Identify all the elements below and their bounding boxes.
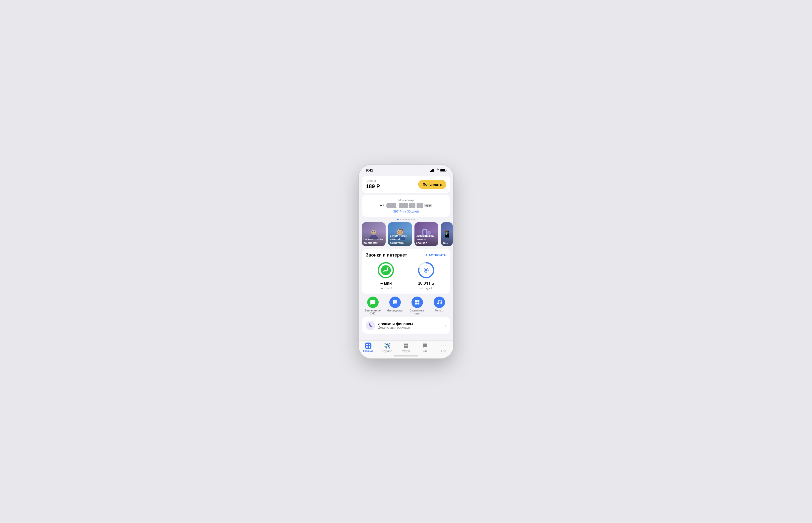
balance-amount: 189 Р	[366, 183, 380, 190]
story-card-4[interactable]: 📱 Те...	[441, 222, 453, 246]
calls-internet-card: Звонки и интернет НАСТРОИТЬ	[362, 249, 450, 293]
data-progress-circle	[417, 261, 435, 279]
story-card-1[interactable]: Назовите сеть по-своему	[362, 222, 385, 246]
music-icon	[434, 296, 445, 308]
calls-circle-icon	[381, 265, 391, 275]
calls-usage-item: ∞ мин на 5 дней	[377, 261, 395, 290]
data-circle-icon	[421, 265, 431, 275]
calls-settings-button[interactable]: НАСТРОИТЬ	[426, 253, 446, 257]
tab-home-icon	[365, 343, 372, 349]
tab-roaming-label: Роуминг	[382, 350, 392, 353]
dot-1	[397, 219, 399, 220]
calls-value: ∞ мин	[380, 281, 392, 286]
data-usage-item: 10,04 ГБ на 5 дней	[417, 261, 435, 290]
finance-texts: Звонки и финансы Детализация расходов	[378, 322, 413, 329]
tab-services-label: Услуги	[402, 350, 410, 353]
story-card-3-text: Зачем нужна запись звонков	[414, 232, 438, 246]
dot-6	[411, 219, 412, 220]
tab-chat[interactable]: Чат	[417, 343, 432, 353]
finance-icon	[366, 321, 375, 330]
tab-bar: Главная ✈️ Роуминг Услуги	[359, 340, 453, 354]
phone-number-row: +7 (███) ███-██-██ eSIM	[366, 203, 446, 208]
number-label: Мой номер	[366, 199, 446, 202]
svg-point-22	[437, 303, 439, 304]
svg-rect-30	[404, 346, 406, 348]
home-indicator	[359, 354, 453, 358]
phone-masked: (███) ███-██-██	[386, 203, 423, 208]
phone-device: 9:41	[359, 165, 453, 358]
svg-rect-29	[406, 344, 408, 345]
calls-progress-circle	[377, 261, 395, 279]
svg-rect-25	[369, 344, 370, 345]
service-sms[interactable]: Безлимитные СМС	[364, 296, 382, 315]
story-cards-row: Назовите сеть по-своему	[359, 222, 453, 246]
finance-subtitle: Детализация расходов	[378, 326, 413, 329]
sms-icon	[367, 296, 379, 308]
service-music[interactable]: Музы...	[430, 296, 448, 315]
topup-button[interactable]: Пополнить	[418, 180, 446, 189]
social-icon	[412, 296, 423, 308]
tab-services-icon	[403, 343, 409, 349]
wifi-icon	[435, 168, 439, 172]
svg-rect-20	[415, 303, 417, 305]
dot-4	[405, 219, 407, 220]
number-card: Мой номер +7 (███) ███-██-██ eSIM 397 Р …	[362, 195, 450, 217]
tab-services[interactable]: Услуги	[399, 343, 413, 353]
svg-rect-26	[366, 346, 368, 348]
scroll-content[interactable]: Баланс 189 Р Пополнить Мой номер +7 (███…	[359, 174, 453, 340]
tab-chat-icon	[422, 343, 428, 349]
story-card-1-text: Назовите сеть по-своему	[362, 236, 385, 246]
plan-price: 397 Р на 30 дней	[366, 210, 446, 213]
svg-rect-18	[415, 300, 417, 302]
status-time: 9:41	[366, 168, 373, 172]
services-row: Безлимитные СМС Мессенджеры	[359, 295, 453, 317]
dot-5	[408, 219, 410, 220]
battery-icon	[440, 169, 446, 172]
balance-label: Баланс	[366, 179, 380, 183]
svg-rect-27	[369, 346, 370, 348]
svg-rect-17	[393, 300, 397, 304]
tab-home[interactable]: Главная	[361, 343, 376, 353]
story-card-3[interactable]: Зачем нужна запись звонков	[414, 222, 438, 246]
messenger-label: Мессенджеры	[387, 309, 403, 312]
status-bar: 9:41	[359, 165, 453, 174]
story-card-2[interactable]: Зачем нужен личный секретарь	[388, 222, 412, 246]
finance-chevron-icon: ›	[445, 323, 446, 328]
story-card-4-text: Те...	[441, 240, 450, 246]
social-label: Социальные сети	[408, 309, 426, 315]
dot-3	[402, 219, 404, 220]
tab-more[interactable]: ··· Еще	[436, 343, 451, 353]
status-icons	[430, 168, 447, 172]
sms-label: Безлимитные СМС	[364, 309, 382, 315]
phone-prefix: +7	[380, 203, 384, 208]
service-messenger[interactable]: Мессенджеры	[386, 296, 404, 315]
dot-2	[400, 219, 401, 220]
tab-more-label: Еще	[441, 350, 446, 353]
story-card-2-text: Зачем нужен личный секретарь	[388, 232, 412, 246]
messenger-icon	[389, 296, 401, 308]
finance-card[interactable]: Звонки и финансы Детализация расходов ›	[362, 317, 450, 333]
usage-row: ∞ мин на 5 дней	[366, 261, 446, 290]
data-days: на 5 дней	[420, 287, 432, 290]
svg-rect-31	[406, 346, 408, 348]
phone-screen: 9:41	[359, 165, 453, 358]
tab-chat-label: Чат	[423, 350, 427, 353]
svg-rect-21	[417, 303, 419, 305]
tab-more-icon: ···	[440, 343, 447, 349]
tab-roaming[interactable]: ✈️ Роуминг	[380, 343, 395, 353]
home-bar	[394, 356, 418, 357]
svg-rect-28	[404, 344, 406, 345]
calls-section-header: Звонки и интернет НАСТРОИТЬ	[366, 253, 446, 258]
svg-rect-19	[417, 300, 419, 302]
finance-title: Звонки и финансы	[378, 322, 413, 326]
pagination-dots	[359, 219, 453, 220]
calls-section-title: Звонки и интернет	[366, 253, 407, 258]
balance-card: Баланс 189 Р Пополнить	[362, 176, 450, 193]
service-social[interactable]: Социальные сети	[408, 296, 426, 315]
calls-days: на 5 дней	[380, 287, 392, 290]
music-label: Музы...	[435, 309, 444, 312]
data-value: 10,04 ГБ	[418, 281, 434, 286]
tab-home-label: Главная	[363, 350, 374, 353]
esim-badge: eSIM	[424, 204, 432, 207]
tab-roaming-icon: ✈️	[384, 343, 390, 349]
